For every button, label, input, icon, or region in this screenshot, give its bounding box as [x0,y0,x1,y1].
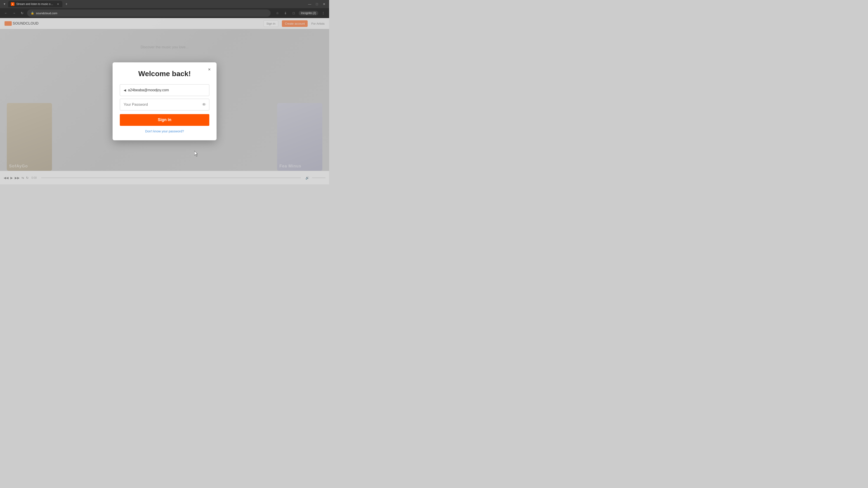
modal-title: Welcome back! [120,70,209,78]
email-value: a24beaba@moodjoy.com [128,88,169,92]
close-button[interactable]: ✕ [321,1,327,7]
close-icon: × [208,67,211,72]
download-button[interactable]: ⇓ [282,10,289,16]
reload-button[interactable]: ↻ [19,10,25,16]
password-toggle-button[interactable]: 👁 [202,102,206,107]
restore-button[interactable]: □ [314,1,320,7]
bookmark-button[interactable]: ☆ [274,10,281,16]
modal-backdrop: × Welcome back! ◀ a24beaba@moodjoy.com 👁… [0,18,329,184]
menu-button[interactable]: ⋮ [320,10,327,16]
tab-favicon [11,2,14,6]
tab-label: Stream and listen to music onl... [16,2,54,6]
forgot-password-link[interactable]: Don't know your password? [120,129,209,133]
profile-button[interactable]: □ [290,10,297,16]
password-field-wrapper: 👁 [120,99,209,110]
minimize-button[interactable]: — [307,1,313,7]
signin-button[interactable]: Sign in [120,114,209,126]
tab-nav-dropdown[interactable]: ▼ [2,1,7,7]
active-tab[interactable]: Stream and listen to music onl... ✕ [8,1,62,7]
email-display-field[interactable]: ◀ a24beaba@moodjoy.com [120,84,209,96]
eye-icon: 👁 [202,102,206,107]
lock-icon: 🔒 [31,11,34,15]
tab-bar: ▼ Stream and listen to music onl... ✕ + … [0,0,329,8]
page-content: SOUNDCLOUD Sign in Create account For Ar… [0,18,329,184]
modal-close-button[interactable]: × [206,66,213,73]
password-input[interactable] [120,99,209,110]
tab-close-button[interactable]: ✕ [56,2,60,6]
browser-chrome: ▼ Stream and listen to music onl... ✕ + … [0,0,329,18]
back-button[interactable]: ← [3,10,9,16]
signin-modal: × Welcome back! ◀ a24beaba@moodjoy.com 👁… [113,62,217,140]
email-back-icon: ◀ [124,88,126,92]
incognito-badge[interactable]: Incognito (2) [299,11,318,15]
new-tab-button[interactable]: + [63,1,70,7]
browser-actions: ☆ ⇓ □ Incognito (2) ⋮ [274,10,327,16]
window-controls: — □ ✕ [307,1,327,7]
url-bar[interactable]: 🔒 soundcloud.com [27,9,271,17]
forward-button[interactable]: → [11,10,17,16]
url-text: soundcloud.com [36,11,57,15]
address-bar: ← → ↻ 🔒 soundcloud.com ☆ ⇓ □ Incognito (… [0,8,329,18]
